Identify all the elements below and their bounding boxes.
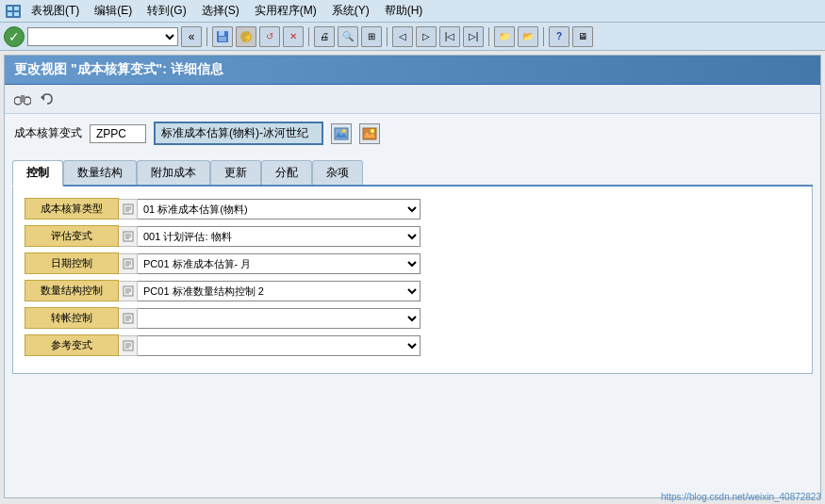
separator-4 <box>488 27 489 46</box>
menu-select[interactable]: 选择(S) <box>199 2 242 20</box>
back-btn[interactable]: « <box>181 26 202 47</box>
tab-addcost[interactable]: 附加成本 <box>137 160 210 185</box>
icon-costing-type[interactable] <box>119 199 138 219</box>
binoculars-btn[interactable] <box>12 89 33 109</box>
sub-toolbar <box>5 85 820 114</box>
svg-rect-13 <box>21 95 23 100</box>
menu-help[interactable]: 帮助(H) <box>382 2 426 20</box>
form-row-ref-variant: 参考变式 <box>25 334 800 356</box>
tab-content: 成本核算类型 01 标准成本估算(物料) 评估变式 001 计划评估: 物料 <box>12 187 813 374</box>
field-label: 成本核算变式 <box>14 125 82 141</box>
undo-btn[interactable] <box>37 89 58 109</box>
select-ref-variant[interactable] <box>138 335 421 356</box>
form-row-costing-type: 成本核算类型 01 标准成本估算(物料) <box>25 198 800 219</box>
separator-3 <box>387 27 388 46</box>
svg-rect-1 <box>8 7 12 10</box>
tabs-area: 控制 数量结构 附加成本 更新 分配 杂项 成本核算类型 01 标准成本估算(物… <box>12 160 813 374</box>
monitor-btn[interactable]: 🖥 <box>572 26 593 47</box>
svg-text:⚡: ⚡ <box>243 32 253 43</box>
label-eval-variant: 评估变式 <box>25 225 119 247</box>
tab-control[interactable]: 控制 <box>12 160 63 187</box>
help-btn[interactable]: ? <box>549 26 569 47</box>
image-btn-1[interactable] <box>331 123 352 144</box>
shortcut-btn[interactable]: ⚡ <box>236 26 256 47</box>
prev-btn[interactable]: ◁ <box>392 26 413 47</box>
tab-misc[interactable]: 杂项 <box>312 160 363 185</box>
toolbar-select[interactable] <box>27 27 178 46</box>
tab-update[interactable]: 更新 <box>210 160 261 185</box>
icon-ref-variant[interactable] <box>119 335 138 356</box>
separator-5 <box>543 27 544 46</box>
print-btn[interactable]: 🖨 <box>314 26 335 47</box>
label-transfer-ctrl: 转帐控制 <box>25 307 119 329</box>
svg-rect-7 <box>219 37 226 41</box>
main-area: 更改视图 "成本核算变式": 详细信息 成本核算变式 ZPPC 标准成本估算(物… <box>4 55 821 498</box>
label-costing-type: 成本核算类型 <box>25 198 119 219</box>
label-ref-variant: 参考变式 <box>25 334 119 356</box>
stop-btn[interactable]: ✕ <box>283 26 304 47</box>
icon-qty-ctrl[interactable] <box>119 281 138 301</box>
field-code: ZPPC <box>90 124 146 143</box>
form-row-transfer-ctrl: 转帐控制 <box>25 307 800 329</box>
menu-goto[interactable]: 转到(G) <box>144 2 189 20</box>
toolbar: ✓ « ⚡ ↺ ✕ 🖨 🔍 ⊞ ◁ ▷ |◁ ▷| 📁 📂 ? 🖥 <box>0 23 825 51</box>
app-icon[interactable] <box>4 3 23 20</box>
tabs-header: 控制 数量结构 附加成本 更新 分配 杂项 <box>12 160 813 187</box>
menu-edit[interactable]: 编辑(E) <box>91 2 135 20</box>
select-transfer-ctrl[interactable] <box>138 308 421 329</box>
url-bar: https://blog.csdn.net/weixin_40872823 <box>657 490 825 504</box>
first-btn[interactable]: |◁ <box>439 26 460 47</box>
find-btn[interactable]: 🔍 <box>338 26 358 47</box>
svg-rect-4 <box>14 12 19 16</box>
menu-view[interactable]: 表视图(T) <box>28 2 82 20</box>
nav-btn1[interactable]: ⊞ <box>361 26 382 47</box>
separator-2 <box>308 27 309 46</box>
label-date-ctrl: 日期控制 <box>25 252 119 274</box>
svg-rect-14 <box>23 95 25 100</box>
form-row-eval-variant: 评估变式 001 计划评估: 物料 <box>25 225 800 247</box>
field-row: 成本核算变式 ZPPC 标准成本估算(物料)-冰河世纪 <box>5 114 820 153</box>
tab-dist[interactable]: 分配 <box>261 160 312 185</box>
menu-bar: 表视图(T) 编辑(E) 转到(G) 选择(S) 实用程序(M) 系统(Y) 帮… <box>0 0 825 23</box>
image-btn-2[interactable] <box>359 123 380 144</box>
svg-rect-19 <box>363 128 376 139</box>
svg-rect-6 <box>219 31 224 36</box>
ok-button[interactable]: ✓ <box>4 26 25 47</box>
svg-point-21 <box>371 129 374 133</box>
select-costing-type[interactable]: 01 标准成本估算(物料) <box>138 199 421 219</box>
refresh-btn[interactable]: ↺ <box>259 26 280 47</box>
menu-utils[interactable]: 实用程序(M) <box>252 2 320 20</box>
select-eval-variant[interactable]: 001 计划评估: 物料 <box>138 226 421 247</box>
form-row-date-ctrl: 日期控制 PC01 标准成本估算- 月 <box>25 252 800 274</box>
field-description: 标准成本估算(物料)-冰河世纪 <box>154 122 323 145</box>
folder2-btn[interactable]: 📂 <box>518 26 538 47</box>
svg-rect-2 <box>14 7 19 10</box>
separator-1 <box>206 27 207 46</box>
svg-point-18 <box>342 129 346 133</box>
page-title: 更改视图 "成本核算变式": 详细信息 <box>5 56 820 85</box>
icon-transfer-ctrl[interactable] <box>119 308 138 329</box>
next-btn[interactable]: ▷ <box>416 26 437 47</box>
select-date-ctrl[interactable]: PC01 标准成本估算- 月 <box>138 253 421 274</box>
last-btn[interactable]: ▷| <box>463 26 484 47</box>
save-btn[interactable] <box>212 26 233 47</box>
svg-rect-16 <box>335 128 348 139</box>
icon-eval-variant[interactable] <box>119 226 138 247</box>
icon-date-ctrl[interactable] <box>119 253 138 274</box>
select-qty-ctrl[interactable]: PC01 标准数量结构控制 2 <box>138 281 421 301</box>
form-row-qty-ctrl: 数量结构控制 PC01 标准数量结构控制 2 <box>25 280 800 301</box>
menu-items: 表视图(T) 编辑(E) 转到(G) 选择(S) 实用程序(M) 系统(Y) 帮… <box>28 2 821 20</box>
svg-rect-3 <box>8 12 12 16</box>
tab-qty[interactable]: 数量结构 <box>63 160 137 185</box>
label-qty-ctrl: 数量结构控制 <box>25 280 119 301</box>
menu-system[interactable]: 系统(Y) <box>329 2 372 20</box>
folder-btn[interactable]: 📁 <box>494 26 515 47</box>
